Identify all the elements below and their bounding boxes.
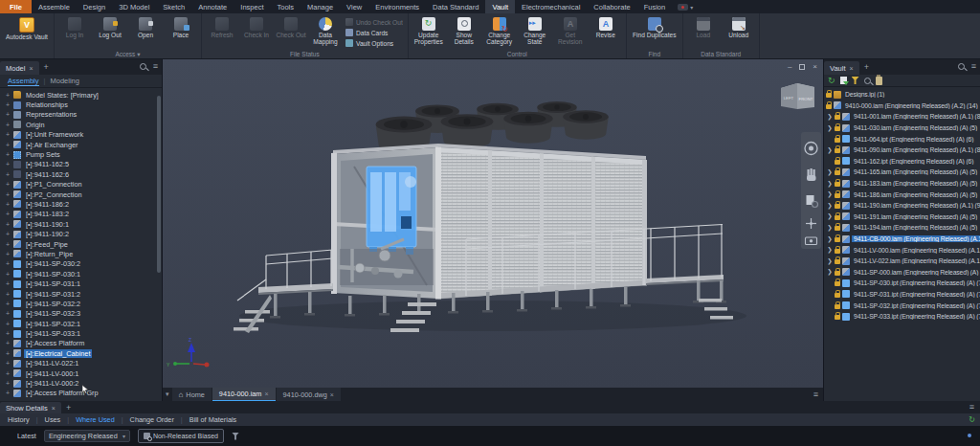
vault-tree-item[interactable]: ❯ 9411-165.iam (Engineering Released) (A… bbox=[824, 167, 980, 178]
expand-icon[interactable]: + bbox=[5, 92, 11, 99]
expand-icon[interactable]: + bbox=[5, 310, 11, 317]
bias-toggle-button[interactable]: Non-Released Biased bbox=[138, 429, 224, 443]
expand-icon[interactable]: + bbox=[5, 181, 11, 188]
vault-tree-item[interactable]: ❯ 9411-CB-000.iam (Engineering Released)… bbox=[824, 234, 980, 245]
tree-item[interactable]: + [•]:9411-190:1 bbox=[0, 219, 162, 229]
expand-icon[interactable]: + bbox=[5, 122, 11, 128]
ribbon-button[interactable]: Revise bbox=[589, 15, 623, 50]
find-in-vault-icon[interactable] bbox=[864, 78, 871, 84]
close-icon[interactable]: × bbox=[813, 62, 817, 71]
tree-item[interactable]: + Relationships bbox=[0, 100, 162, 109]
ribbon-button[interactable]: Log In bbox=[57, 15, 92, 50]
refresh-icon[interactable]: ↻ bbox=[828, 77, 835, 85]
tree-item[interactable]: + [•]:9411-186:2 bbox=[0, 199, 162, 209]
expand-chevron-icon[interactable]: ❯ bbox=[827, 180, 833, 188]
expand-icon[interactable]: + bbox=[5, 131, 11, 138]
expand-icon[interactable]: + bbox=[5, 142, 11, 148]
vault-tree-item[interactable]: ❯ 9411-SP-000.iam (Engineering Released)… bbox=[824, 267, 980, 279]
ribbon-button[interactable]: Load bbox=[686, 15, 721, 50]
scrollbar-thumb[interactable] bbox=[157, 96, 161, 273]
tab-vault[interactable]: Vault × bbox=[824, 61, 859, 75]
expand-icon[interactable]: + bbox=[5, 241, 11, 248]
menu-tab[interactable]: Sketch bbox=[156, 0, 191, 13]
expand-icon[interactable]: + bbox=[5, 251, 11, 257]
vault-tree-item[interactable]: ❯ 9411-183.iam (Engineering Released) (A… bbox=[824, 178, 980, 190]
ribbon-small-button[interactable]: Undo Check Out bbox=[345, 17, 403, 27]
tab-modeling[interactable]: Modeling bbox=[50, 77, 78, 85]
group-label-access[interactable]: Access▾ bbox=[57, 50, 198, 58]
search-icon[interactable] bbox=[958, 63, 965, 70]
details-tab[interactable]: Bill of Materials bbox=[189, 415, 243, 424]
ribbon-button[interactable]: Change State bbox=[518, 15, 552, 50]
tab-bar-menu-icon[interactable]: ≡ bbox=[813, 390, 818, 399]
ribbon-button[interactable]: Unload bbox=[722, 15, 756, 50]
tree-item[interactable]: + [•]:9411-SP-031:1 bbox=[0, 279, 162, 288]
close-icon[interactable]: × bbox=[264, 390, 268, 397]
filter-icon[interactable] bbox=[852, 77, 859, 84]
tab-home[interactable]: ⌂ Home bbox=[172, 388, 212, 401]
tab-model[interactable]: Model × bbox=[0, 61, 39, 75]
expand-chevron-icon[interactable]: ❯ bbox=[827, 246, 833, 254]
menu-tab[interactable]: Environments bbox=[368, 0, 426, 13]
panel-menu-icon[interactable]: ≡ bbox=[971, 62, 976, 71]
tree-item[interactable]: + [•]:Air Exchanger bbox=[0, 140, 162, 149]
menu-tab[interactable]: Assemble bbox=[32, 0, 77, 13]
close-icon[interactable]: × bbox=[850, 65, 854, 72]
expand-icon[interactable]: + bbox=[5, 191, 11, 198]
tree-item[interactable]: + Pump Sets bbox=[0, 149, 162, 159]
ribbon-button[interactable]: Show Details bbox=[447, 15, 481, 50]
expand-icon[interactable]: + bbox=[5, 161, 11, 167]
menu-tab[interactable]: Manage bbox=[301, 0, 340, 13]
expand-icon[interactable]: + bbox=[5, 151, 11, 158]
vault-tree-item[interactable]: ❯ 9411-SP-030.ipt (Engineering Released)… bbox=[824, 278, 980, 289]
menu-tab[interactable]: File bbox=[0, 0, 32, 13]
expand-chevron-icon[interactable]: ❯ bbox=[827, 113, 833, 121]
menu-tab[interactable]: Collaborate bbox=[587, 0, 636, 13]
tree-item[interactable]: + Model States: [Primary] bbox=[0, 90, 162, 100]
vault-tree-item[interactable]: ❯ 9411-030.iam (Engineering Released) (A… bbox=[824, 123, 980, 134]
ribbon-small-button[interactable]: Data Cards bbox=[345, 28, 403, 37]
expand-icon[interactable]: + bbox=[5, 101, 11, 108]
expand-icon[interactable]: + bbox=[5, 380, 11, 387]
tree-item[interactable]: + [•]:9411-SP-030:1 bbox=[0, 269, 162, 279]
tree-item[interactable]: + [•]:P1_Connection bbox=[0, 180, 162, 190]
tree-item[interactable]: + [•]:9411-190:2 bbox=[0, 229, 162, 238]
tab-assembly[interactable]: Assembly bbox=[8, 77, 39, 86]
tree-item[interactable]: + [•]:9411-162:5 bbox=[0, 160, 162, 169]
tree-item[interactable]: + [•]:Feed_Pipe bbox=[0, 239, 162, 249]
expand-icon[interactable]: + bbox=[5, 291, 11, 298]
tree-item[interactable]: + [•]:9411-SP-033:1 bbox=[0, 328, 162, 338]
expand-chevron-icon[interactable]: ❯ bbox=[827, 235, 833, 243]
minimize-icon[interactable]: – bbox=[788, 62, 791, 71]
expand-chevron-icon[interactable]: ❯ bbox=[827, 124, 833, 132]
panel-menu-icon[interactable]: ≡ bbox=[969, 403, 974, 412]
expand-icon[interactable]: + bbox=[5, 350, 11, 357]
vault-tree-item[interactable]: ❯ 9411-SP-031.ipt (Engineering Released)… bbox=[824, 289, 980, 301]
tree-item[interactable]: + [•]:9411-183:2 bbox=[0, 210, 162, 219]
tree-item[interactable]: + Representations bbox=[0, 110, 162, 120]
tree-item[interactable]: + [•]:Access Platform bbox=[0, 339, 162, 348]
menu-tab[interactable]: Data Standard bbox=[426, 0, 485, 13]
expand-icon[interactable]: + bbox=[5, 370, 11, 377]
vault-tree-item[interactable]: ❯ 9411-001.iam (Engineering Released) (A… bbox=[824, 111, 980, 123]
autodesk-vault-button[interactable]: V Autodesk Vault bbox=[3, 15, 51, 50]
ribbon-button[interactable]: Check Out bbox=[274, 15, 308, 50]
expand-icon[interactable]: + bbox=[5, 280, 11, 287]
electrical-cabinet-highlight[interactable] bbox=[367, 167, 416, 255]
ribbon-button[interactable]: Data Mapping bbox=[308, 15, 343, 50]
viewcube[interactable]: LEFT FRONT bbox=[781, 83, 814, 109]
expand-chevron-icon[interactable]: ❯ bbox=[827, 212, 833, 220]
3d-model-canvas[interactable]: Z Y LEFT FRONT bbox=[163, 59, 823, 388]
expand-chevron-icon[interactable]: ❯ bbox=[827, 224, 833, 232]
expand-icon[interactable]: + bbox=[5, 111, 11, 118]
tree-item[interactable]: + [•]:9411-162:6 bbox=[0, 169, 162, 179]
vault-tree-item[interactable]: ❯ Designs.ipj (1) bbox=[824, 89, 980, 100]
expand-icon[interactable]: + bbox=[5, 201, 11, 208]
vault-tree-item[interactable]: ❯ 9411-LV-000.iam (Engineering Released)… bbox=[824, 244, 980, 256]
tree-item[interactable]: + [•]:9411-SP-032:1 bbox=[0, 319, 162, 328]
ribbon-button[interactable]: Find Duplicates bbox=[630, 15, 679, 50]
vault-tree-item[interactable]: ❯ 9411-162.ipt (Engineering Released) (A… bbox=[824, 156, 980, 167]
restore-icon[interactable] bbox=[799, 64, 805, 70]
ribbon-button[interactable]: Check In bbox=[239, 15, 274, 50]
details-tab[interactable]: Change Order bbox=[130, 415, 183, 424]
